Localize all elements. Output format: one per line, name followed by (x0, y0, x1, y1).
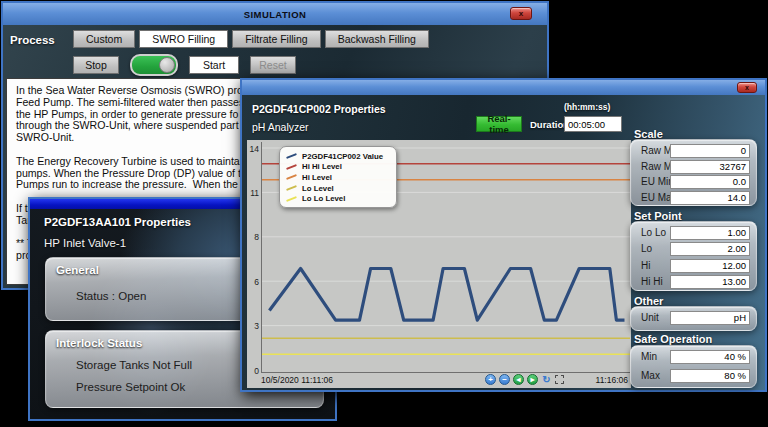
legend-line-icon (286, 196, 297, 202)
process-mode-tabs: CustomSWRO FillingFiltrate FillingBackwa… (73, 30, 429, 48)
y-tick-label: 14 (247, 144, 259, 154)
interlock-item: Pressure Setpoint Ok (76, 381, 185, 393)
close-icon[interactable]: x (737, 82, 757, 93)
valve-window-title: P2GDF13AA101 Properties (44, 216, 191, 228)
toggle-knob-icon (159, 57, 175, 73)
settings-row: Max80 % (631, 368, 756, 387)
settings-label: Lo (641, 243, 652, 254)
legend-entry: Lo Level (286, 183, 390, 194)
valve-status-text: Status : Open (76, 290, 146, 302)
legend-line-icon (286, 185, 297, 191)
settings-row: Lo2.00 (631, 241, 756, 257)
settings-row: EU Min0.0 (631, 174, 756, 190)
y-tick-label: 11 (247, 188, 259, 198)
chart-start-time: 10/5/2020 11:11:06 (261, 375, 333, 385)
set_point-hi-hi-field[interactable]: 13.00 (670, 275, 750, 289)
analyzer-content: P2GDF41CP002 Properties pH Analyzer Real… (242, 95, 765, 390)
set_point-lo-lo-field[interactable]: 1.00 (670, 226, 750, 240)
general-heading: General (56, 264, 99, 276)
realtime-button[interactable]: Real-time (476, 116, 522, 132)
scale-raw-max-field[interactable]: 32767 (670, 160, 750, 174)
settings-row: UnitpH (631, 310, 756, 330)
legend-label: Lo Lo Level (302, 194, 345, 203)
simulation-window-title: SIMULATION (244, 9, 306, 20)
set_point-hi-field[interactable]: 12.00 (670, 259, 750, 273)
legend-entry: P2GDF41CP002 Value (286, 151, 390, 162)
safe_operation-min-field[interactable]: 40 % (670, 350, 750, 364)
analyzer-window-subtitle: pH Analyzer (252, 121, 309, 133)
settings-label: Unit (641, 312, 659, 323)
y-tick-label: 3 (247, 321, 259, 331)
tab-swro-filling[interactable]: SWRO Filling (139, 30, 228, 48)
duration-input[interactable] (564, 116, 622, 132)
settings-label: Hi (641, 260, 650, 271)
legend-label: Lo Level (302, 184, 334, 193)
trend-chart: 14118630 P2GDF41CP002 ValueHi Hi LevelHi… (247, 140, 631, 388)
legend-line-icon (286, 153, 297, 159)
refresh-icon[interactable]: ↻ (541, 374, 552, 385)
process-controls: Stop Start Reset (73, 54, 296, 76)
safe_operation-group: Min40 %Max80 % (630, 345, 757, 388)
scale-raw-min-field[interactable]: 0 (670, 144, 750, 158)
safe_operation-heading: Safe Operation (634, 333, 712, 345)
y-tick-label: 6 (247, 277, 259, 287)
interlock-heading: Interlock Status (56, 337, 142, 349)
zoom-in-icon[interactable]: + (485, 374, 496, 385)
settings-label: EU Min (641, 176, 674, 187)
settings-row: Raw Max32767 (631, 159, 756, 175)
set_point-group: Lo Lo1.00Lo2.00Hi12.00Hi Hi13.00 (630, 221, 757, 291)
settings-label: Hi Hi (641, 276, 663, 287)
analyzer-titlebar[interactable]: x (242, 80, 765, 95)
settings-row: Lo Lo1.00 (631, 225, 756, 241)
desktop: SIMULATION x Process CustomSWRO FillingF… (0, 0, 768, 427)
scale-group: Raw Min0Raw Max32767EU Min0.0EU Max14.0 (630, 139, 757, 206)
tab-backwash-filling[interactable]: Backwash Filling (325, 30, 429, 48)
chart-end-time: 11:16:06 (596, 375, 628, 385)
settings-row: Hi Hi13.00 (631, 274, 756, 290)
legend-label: P2GDF41CP002 Value (302, 152, 383, 161)
chart-toolbar: +−◂▸↻ (485, 374, 564, 385)
legend-label: Hi Hi Level (302, 162, 342, 171)
tab-filtrate-filling[interactable]: Filtrate Filling (232, 30, 320, 48)
chart-plot-area: P2GDF41CP002 ValueHi Hi LevelHi LevelLo … (261, 142, 630, 373)
settings-label: Max (641, 370, 660, 381)
process-label: Process (10, 34, 55, 46)
set_point-lo-field[interactable]: 2.00 (670, 242, 750, 256)
analyzer-window-title: P2GDF41CP002 Properties (252, 103, 386, 115)
valve-window-subtitle: HP Inlet Valve-1 (44, 237, 126, 249)
legend-line-icon (286, 164, 297, 170)
legend-line-icon (286, 174, 297, 180)
settings-row: Hi12.00 (631, 258, 756, 274)
other-group: UnitpH (630, 306, 757, 331)
fit-icon[interactable] (555, 375, 564, 384)
settings-label: Min (641, 351, 657, 362)
safe_operation-max-field[interactable]: 80 % (670, 369, 750, 383)
legend-entry: Lo Lo Level (286, 193, 390, 204)
close-icon[interactable]: x (510, 7, 532, 20)
scale-eu-max-field[interactable]: 14.0 (670, 191, 750, 205)
reset-button[interactable]: Reset (250, 56, 296, 74)
other-unit-field[interactable]: pH (670, 311, 750, 325)
interlock-item: Storage Tanks Not Full (76, 359, 192, 371)
legend-entry: Hi Level (286, 172, 390, 183)
stop-button[interactable]: Stop (73, 56, 119, 74)
start-button[interactable]: Start (189, 56, 239, 74)
pan-right-icon[interactable]: ▸ (527, 374, 538, 385)
run-toggle[interactable] (130, 54, 178, 76)
chart-legend: P2GDF41CP002 ValueHi Hi LevelHi LevelLo … (279, 146, 397, 208)
legend-entry: Hi Hi Level (286, 162, 390, 173)
chart-footer: 10/5/2020 11:11:06 +−◂▸↻ 11:16:06 (247, 374, 631, 388)
analyzer-properties-window: x P2GDF41CP002 Properties pH Analyzer Re… (240, 78, 767, 392)
tab-custom[interactable]: Custom (73, 30, 135, 48)
settings-row: Min40 % (631, 349, 756, 368)
pan-left-icon[interactable]: ◂ (513, 374, 524, 385)
settings-row: EU Max14.0 (631, 190, 756, 206)
duration-format-hint: (hh:mm:ss) (564, 102, 610, 112)
simulation-titlebar[interactable]: SIMULATION x (3, 3, 547, 25)
legend-label: Hi Level (302, 173, 332, 182)
settings-label: Lo Lo (641, 227, 666, 238)
y-tick-label: 8 (247, 232, 259, 242)
scale-eu-min-field[interactable]: 0.0 (670, 175, 750, 189)
zoom-out-icon[interactable]: − (499, 374, 510, 385)
settings-row: Raw Min0 (631, 143, 756, 159)
